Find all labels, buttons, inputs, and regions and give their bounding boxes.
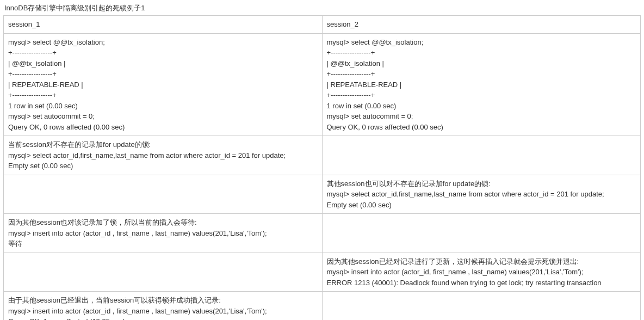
- cell-session2: [322, 292, 641, 321]
- cell-session1: 由于其他session已经退出，当前session可以获得锁并成功插入记录: m…: [4, 292, 323, 321]
- cell-session2: 其他session也可以对不存在的记录加for update的锁: mysql>…: [322, 175, 641, 214]
- cell-session1: mysql> select @@tx_isolation; +---------…: [4, 33, 323, 136]
- cell-session2: 因为其他session已经对记录进行了更新，这时候再插入记录就会提示死锁并退出:…: [322, 253, 641, 292]
- cell-session1: [4, 175, 323, 214]
- header-session1: session_1: [4, 16, 323, 34]
- cell-session1: [4, 253, 323, 292]
- table-row: 由于其他session已经退出，当前session可以获得锁并成功插入记录: m…: [4, 292, 641, 321]
- cell-session2: [322, 136, 641, 175]
- table-row: 当前session对不存在的记录加for update的锁: mysql> se…: [4, 136, 641, 175]
- cell-session2: mysql> select @@tx_isolation; +---------…: [322, 33, 641, 136]
- table-header-row: session_1 session_2: [4, 16, 641, 34]
- deadlock-example-table: session_1 session_2 mysql> select @@tx_i…: [3, 15, 641, 320]
- table-row: mysql> select @@tx_isolation; +---------…: [4, 33, 641, 136]
- table-row: 因为其他session已经对记录进行了更新，这时候再插入记录就会提示死锁并退出:…: [4, 253, 641, 292]
- header-session2: session_2: [322, 16, 641, 34]
- table-row: 其他session也可以对不存在的记录加for update的锁: mysql>…: [4, 175, 641, 214]
- cell-session1: 因为其他session也对该记录加了锁，所以当前的插入会等待: mysql> i…: [4, 214, 323, 253]
- table-row: 因为其他session也对该记录加了锁，所以当前的插入会等待: mysql> i…: [4, 214, 641, 253]
- cell-session2: [322, 214, 641, 253]
- table-title: InnoDB存储引擎中隔离级别引起的死锁例子1: [3, 3, 641, 13]
- cell-session1: 当前session对不存在的记录加for update的锁: mysql> se…: [4, 136, 323, 175]
